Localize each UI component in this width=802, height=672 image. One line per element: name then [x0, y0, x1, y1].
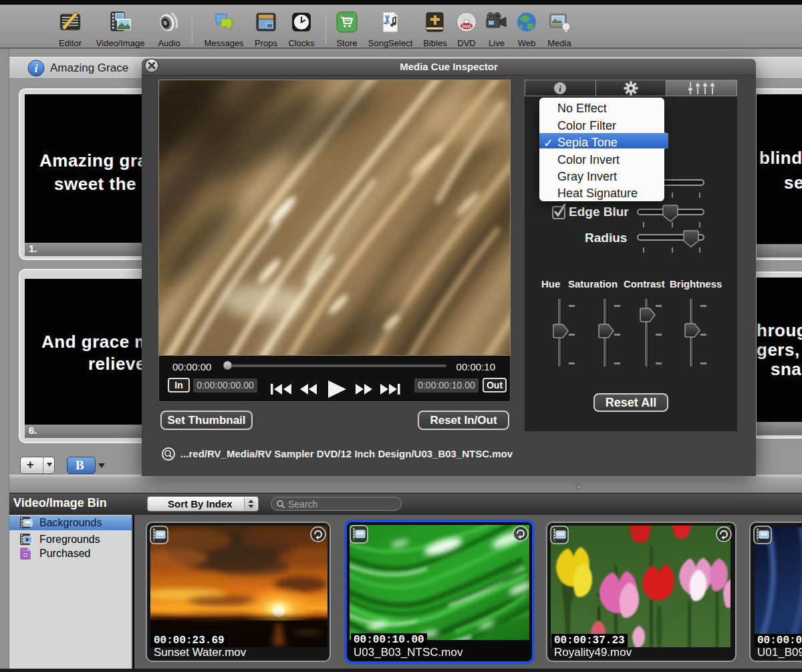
svg-text:i: i	[559, 84, 562, 94]
svg-text:i: i	[35, 62, 38, 75]
